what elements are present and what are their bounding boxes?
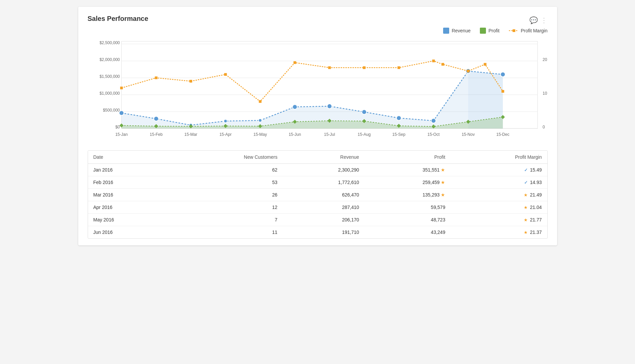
svg-text:10: 10: [542, 91, 547, 96]
card-actions: 💬 ⋮: [529, 16, 548, 24]
data-table: Date New Customers Revenue Profit Profit…: [88, 151, 547, 238]
revenue-label: Revenue: [452, 28, 470, 33]
cell-profit-margin: ✓ 14.93: [451, 176, 547, 189]
svg-point-22: [154, 116, 158, 121]
cell-new-customers: 53: [169, 176, 283, 189]
svg-text:15-May: 15-May: [253, 132, 267, 137]
legend-profit-margin: Profit Margin: [509, 28, 547, 33]
cell-new-customers: 12: [169, 201, 283, 214]
cell-date: Apr 2016: [88, 201, 169, 214]
svg-text:$2,000,000: $2,000,000: [99, 57, 120, 62]
svg-point-30: [431, 118, 436, 123]
table-row: Jun 2016 11 191,710 43,249 ★ 21.37: [88, 226, 547, 239]
svg-text:$500,000: $500,000: [103, 108, 120, 113]
table-row: May 2016 7 206,170 48,723 ★ 21.77: [88, 214, 547, 226]
table-header-row: Date New Customers Revenue Profit Profit…: [88, 151, 547, 164]
cell-profit: 259,459 ★: [365, 176, 451, 189]
col-new-customers: New Customers: [169, 151, 283, 164]
svg-point-28: [362, 110, 366, 114]
chart-legend: Revenue Profit Profit Margin: [88, 28, 548, 34]
col-profit: Profit: [365, 151, 451, 164]
svg-text:15-Jan: 15-Jan: [115, 132, 127, 137]
profit-star-icon: ★: [441, 180, 445, 185]
legend-revenue: Revenue: [443, 28, 470, 34]
svg-point-27: [327, 104, 332, 109]
svg-rect-47: [189, 80, 192, 83]
svg-rect-53: [397, 66, 400, 69]
profit-star-icon: ★: [441, 167, 445, 173]
svg-text:15-Apr: 15-Apr: [219, 132, 231, 137]
cell-revenue: 1,772,610: [283, 176, 365, 189]
cell-revenue: 191,710: [283, 226, 365, 239]
margin-check-icon: ✓: [524, 180, 528, 185]
margin-star-icon: ★: [524, 205, 528, 210]
cell-new-customers: 62: [169, 164, 283, 176]
svg-rect-51: [328, 66, 331, 69]
svg-text:20: 20: [542, 57, 547, 62]
cell-profit-margin: ✓ 15.49: [451, 164, 547, 176]
svg-text:15-Dec: 15-Dec: [496, 132, 509, 137]
svg-text:15-Jul: 15-Jul: [324, 132, 335, 137]
svg-text:15-Nov: 15-Nov: [461, 132, 474, 137]
table-row: Apr 2016 12 287,410 59,579 ★ 21.04: [88, 201, 547, 214]
svg-rect-57: [484, 63, 486, 66]
svg-rect-48: [224, 73, 227, 76]
svg-rect-56: [467, 70, 469, 72]
cell-profit: 59,579: [365, 201, 451, 214]
margin-check-icon: ✓: [524, 168, 528, 173]
svg-text:$1,500,000: $1,500,000: [99, 74, 120, 79]
cell-profit-margin: ★ 21.04: [451, 201, 547, 214]
profit-label: Profit: [488, 28, 499, 33]
col-date: Date: [88, 151, 169, 164]
svg-rect-46: [155, 77, 157, 79]
profit-star-icon: ★: [441, 192, 445, 198]
svg-text:$0: $0: [115, 125, 120, 129]
svg-text:15-Jun: 15-Jun: [288, 132, 301, 137]
margin-star-icon: ★: [524, 230, 528, 235]
svg-text:15-Oct: 15-Oct: [427, 132, 440, 137]
cell-profit-margin: ★ 21.77: [451, 214, 547, 226]
cell-revenue: 626,470: [283, 189, 365, 201]
svg-text:$2,500,000: $2,500,000: [99, 40, 120, 45]
card-header: Sales Performance 💬 ⋮: [88, 15, 548, 24]
svg-text:15-Feb: 15-Feb: [150, 132, 163, 137]
cell-profit-margin: ★ 21.49: [451, 189, 547, 201]
svg-rect-1: [513, 29, 515, 32]
cell-revenue: 206,170: [283, 214, 365, 226]
cell-revenue: 287,410: [283, 201, 365, 214]
cell-profit-margin: ★ 21.37: [451, 226, 547, 239]
svg-point-32: [500, 72, 505, 77]
svg-text:$1,000,000: $1,000,000: [99, 91, 120, 96]
cell-profit: 48,723: [365, 214, 451, 226]
svg-point-21: [119, 111, 124, 115]
legend-profit: Profit: [480, 28, 499, 34]
profit-margin-legend-line: [509, 28, 518, 33]
cell-date: Feb 2016: [88, 176, 169, 189]
sales-performance-card: Sales Performance 💬 ⋮ Revenue Profit Pro…: [78, 7, 557, 245]
svg-rect-49: [259, 100, 261, 103]
card-title: Sales Performance: [88, 15, 148, 23]
svg-rect-52: [363, 66, 365, 69]
data-table-section: Date New Customers Revenue Profit Profit…: [88, 150, 548, 239]
svg-rect-45: [120, 87, 123, 89]
comment-icon[interactable]: 💬: [529, 16, 538, 24]
cell-profit: 351,551 ★: [365, 164, 451, 176]
profit-margin-label: Profit Margin: [521, 28, 547, 33]
margin-star-icon: ★: [524, 217, 528, 222]
cell-profit: 43,249: [365, 226, 451, 239]
svg-point-26: [292, 104, 297, 109]
cell-new-customers: 26: [169, 189, 283, 201]
cell-date: Jan 2016: [88, 164, 169, 176]
svg-rect-55: [441, 63, 444, 66]
table-row: Feb 2016 53 1,772,610 259,459 ★ ✓ 14.93: [88, 176, 547, 189]
more-icon[interactable]: ⋮: [541, 16, 548, 24]
svg-point-24: [224, 119, 227, 123]
table-row: Mar 2016 26 626,470 135,293 ★ ★ 21.49: [88, 189, 547, 201]
cell-date: May 2016: [88, 214, 169, 226]
col-revenue: Revenue: [283, 151, 365, 164]
cell-profit: 135,293 ★: [365, 189, 451, 201]
svg-rect-50: [293, 61, 296, 64]
cell-date: Mar 2016: [88, 189, 169, 201]
svg-text:15-Sep: 15-Sep: [392, 132, 405, 137]
cell-new-customers: 7: [169, 214, 283, 226]
